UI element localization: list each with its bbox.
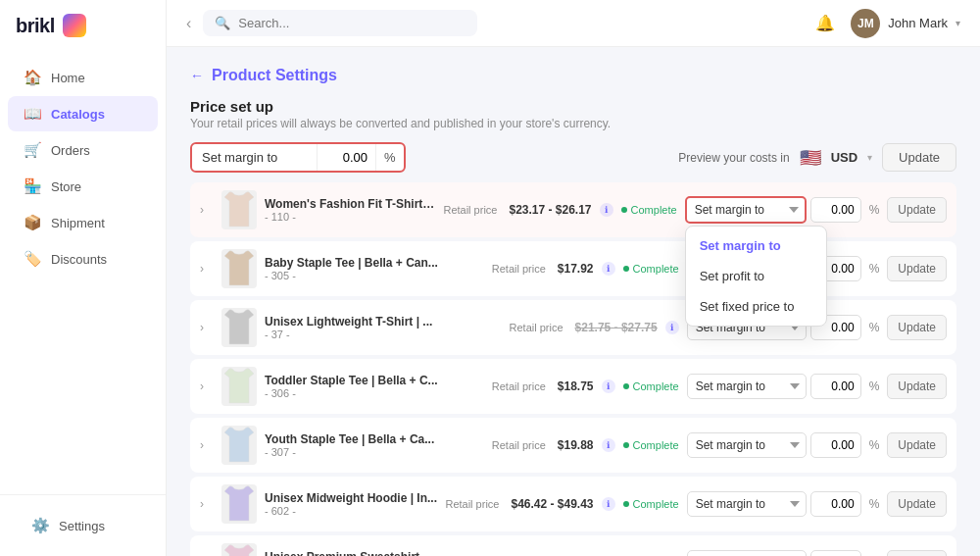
row-pct-label: % [865, 203, 884, 217]
status-badge: Complete [623, 380, 679, 392]
row-update-button[interactable]: Update [887, 432, 947, 458]
sidebar-item-catalogs[interactable]: 📖 Catalogs [8, 96, 158, 131]
notification-icon[interactable]: 🔔 [815, 14, 835, 32]
info-icon[interactable]: ℹ [602, 379, 615, 393]
search-bar[interactable]: 🔍 [203, 10, 477, 36]
sidebar-label-orders: Orders [51, 143, 90, 158]
global-margin-input[interactable] [317, 144, 375, 171]
product-name: Youth Staple Tee | Bella + Ca... [265, 432, 441, 446]
row-margin-dropdown[interactable]: Set margin to Set profit to Set fixed pr… [687, 432, 807, 458]
row-update-button[interactable]: Update [887, 374, 947, 399]
sidebar-item-settings[interactable]: ⚙️ Settings [16, 508, 150, 543]
currency-label: USD [831, 150, 858, 165]
retail-label: Retail price [510, 322, 564, 333]
product-name: Women's Fashion Fit T-Shirt ... [265, 197, 435, 211]
row-update-button[interactable]: Update [887, 491, 947, 517]
row-margin-input[interactable] [810, 197, 861, 223]
status-dot [623, 266, 629, 272]
product-thumbnail [221, 543, 257, 556]
table-row: › Unisex Midweight Hoodie | In... - 602 … [190, 477, 956, 531]
status-dot [621, 207, 627, 213]
price-setup-bar: Set margin to Set profit to Set fixed pr… [190, 142, 956, 173]
row-pct-label: % [865, 438, 884, 452]
page-back-button[interactable]: ← [190, 68, 204, 83]
row-margin-input[interactable] [810, 432, 861, 458]
main-content: ‹ 🔍 🔔 JM John Mark ▾ ← Product Settings … [167, 0, 980, 556]
row-expand-icon[interactable]: › [200, 438, 214, 452]
dropdown-wrapper: Set margin to Set profit to Set fixed pr… [685, 196, 807, 224]
dropdown-item-fixed[interactable]: Set fixed price to [686, 291, 826, 322]
status-badge: Complete [621, 204, 677, 216]
row-update-button[interactable]: Update [887, 256, 947, 281]
sidebar-label-shipment: Shipment [51, 216, 105, 230]
table-row: › Toddler Staple Tee | Bella + C... - 30… [190, 359, 956, 414]
header-right: 🔔 JM John Mark ▾ [815, 9, 960, 38]
product-sku: - 110 - [265, 211, 435, 223]
logo-text: brikl [16, 15, 55, 37]
dropdown-item-profit[interactable]: Set profit to [686, 261, 826, 291]
sidebar-item-home[interactable]: 🏠 Home [8, 60, 158, 95]
row-update-button[interactable]: Update [887, 315, 947, 340]
us-flag-icon: 🇺🇸 [800, 147, 821, 169]
row-margin-dropdown[interactable]: Set margin to Set profit to Set fixed pr… [687, 491, 807, 517]
row-update-button[interactable]: Update [887, 550, 947, 556]
row-update-button[interactable]: Update [887, 197, 947, 223]
sidebar-label-store: Store [51, 179, 81, 194]
row-margin-input[interactable] [810, 491, 861, 517]
retail-price: $19.88 [558, 438, 594, 452]
product-thumbnail [221, 484, 257, 524]
row-margin-dropdown[interactable]: Set margin to Set profit to Set fixed pr… [687, 550, 807, 556]
back-arrow[interactable]: ‹ [186, 15, 191, 32]
sidebar-item-orders[interactable]: 🛒 Orders [8, 132, 158, 168]
dropdown-menu: Set margin to Set profit to Set fixed pr… [685, 226, 827, 327]
product-sku: - 305 - [265, 270, 484, 281]
global-margin-dropdown[interactable]: Set margin to Set profit to Set fixed pr… [192, 144, 317, 171]
search-input[interactable] [238, 16, 466, 30]
row-margin-input[interactable] [810, 374, 861, 399]
info-icon[interactable]: ℹ [602, 497, 615, 511]
product-info: Youth Staple Tee | Bella + Ca... - 307 - [265, 432, 484, 458]
row-expand-icon[interactable]: › [200, 203, 214, 217]
sidebar-label-catalogs: Catalogs [51, 107, 105, 122]
product-thumbnail [221, 426, 257, 465]
table-row: › Unisex Lightweight T-Shirt | ... - 37 … [190, 300, 956, 355]
row-expand-icon[interactable]: › [200, 497, 214, 511]
info-icon[interactable]: ℹ [602, 262, 615, 276]
sidebar-item-discounts[interactable]: 🏷️ Discounts [8, 241, 158, 277]
retail-price: $23.17 - $26.17 [509, 203, 591, 217]
row-margin-input[interactable] [810, 550, 861, 556]
row-expand-icon[interactable]: › [200, 379, 214, 393]
product-thumbnail [221, 367, 257, 406]
table-row: › Youth Staple Tee | Bella + Ca... - 307… [190, 418, 956, 473]
user-name: John Mark [888, 16, 948, 30]
products-table: › Women's Fashion Fit T-Shirt ... - 110 … [190, 182, 956, 556]
product-info: Women's Fashion Fit T-Shirt ... - 110 - [265, 197, 435, 223]
info-icon[interactable]: ℹ [602, 438, 615, 452]
sidebar-label-discounts: Discounts [51, 252, 107, 267]
product-info: Unisex Midweight Hoodie | In... - 602 - [265, 491, 437, 517]
info-icon[interactable]: ℹ [600, 203, 613, 217]
avatar: JM [851, 9, 880, 38]
global-update-button[interactable]: Update [882, 143, 956, 172]
sidebar-label-settings: Settings [59, 519, 105, 533]
retail-price: $21.75 - $27.75 [575, 321, 658, 334]
product-sku: - 37 - [265, 329, 502, 340]
sidebar-item-store[interactable]: 🏪 Store [8, 169, 158, 204]
row-margin-dropdown[interactable]: Set margin to Set profit to Set fixed pr… [687, 374, 807, 399]
currency-chevron-icon: ▾ [867, 152, 872, 163]
search-icon: 🔍 [215, 16, 230, 30]
user-menu[interactable]: JM John Mark ▾ [851, 9, 960, 38]
dropdown-item-margin[interactable]: Set margin to [686, 230, 826, 261]
row-pct-label: % [865, 497, 884, 511]
info-icon[interactable]: ℹ [665, 321, 679, 334]
product-name: Unisex Lightweight T-Shirt | ... [265, 315, 441, 329]
row-controls: Set margin to Set profit to Set fixed pr… [687, 550, 947, 556]
row-expand-icon[interactable]: › [200, 321, 214, 334]
product-sku: - 306 - [265, 387, 484, 399]
sidebar-item-shipment[interactable]: 📦 Shipment [8, 205, 158, 240]
global-pct-label: % [375, 144, 404, 171]
row-margin-dropdown[interactable]: Set margin to Set profit to Set fixed pr… [685, 196, 807, 224]
price-setup-left: Set margin to Set profit to Set fixed pr… [190, 142, 406, 173]
row-expand-icon[interactable]: › [200, 262, 214, 276]
row-controls: Set margin to Set profit to Set fixed pr… [687, 432, 947, 458]
